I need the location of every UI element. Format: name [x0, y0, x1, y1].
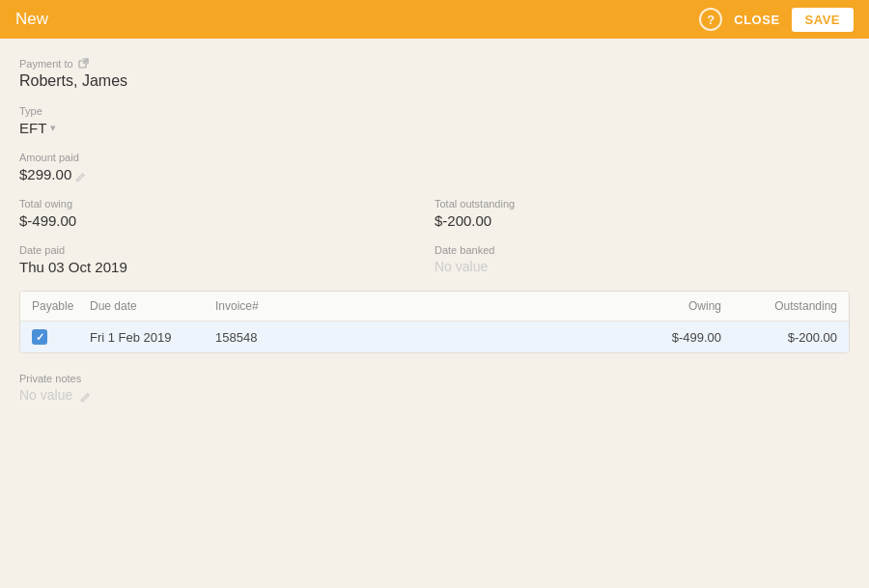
- total-outstanding-value: $-200.00: [434, 212, 850, 229]
- invoices-table: Payable Due date Invoice# Owing Outstand…: [19, 291, 850, 353]
- close-button[interactable]: CLOSE: [734, 13, 779, 27]
- date-banked-no-value: No value: [434, 259, 850, 274]
- payment-to-value: Roberts, James: [19, 72, 850, 90]
- total-outstanding-label: Total outstanding: [434, 198, 850, 210]
- col-invoice: Invoice#: [215, 299, 341, 313]
- payment-to-field: Payment to Roberts, James: [19, 58, 850, 90]
- date-paid-field: Date paid Thu 03 Oct 2019: [19, 244, 434, 275]
- col-owing: Owing: [341, 299, 721, 313]
- date-banked-label: Date banked: [434, 244, 850, 256]
- total-outstanding-field: Total outstanding $-200.00: [434, 198, 850, 229]
- private-notes-label: Private notes: [19, 373, 850, 384]
- edit-icon[interactable]: [75, 169, 87, 181]
- totals-row: Total owing $-499.00 Total outstanding $…: [19, 198, 850, 229]
- amount-paid-field: Amount paid $299.00: [19, 152, 850, 182]
- date-paid-label: Date paid: [19, 244, 434, 256]
- table-header: Payable Due date Invoice# Owing Outstand…: [20, 292, 849, 322]
- private-notes-field: Private notes No value: [19, 373, 850, 403]
- table-row: Fri 1 Feb 2019 158548 $-499.00 $-200.00: [20, 322, 849, 352]
- header-actions: ? CLOSE SAVE: [699, 8, 854, 32]
- type-field: Type EFT ▾: [19, 105, 850, 136]
- form-content: Payment to Roberts, James Type EFT ▾ Amo…: [0, 39, 869, 437]
- header: New ? CLOSE SAVE: [0, 0, 869, 39]
- dates-row: Date paid Thu 03 Oct 2019 Date banked No…: [19, 244, 850, 275]
- page-title: New: [15, 10, 48, 29]
- row-checkbox[interactable]: [32, 329, 47, 345]
- help-button[interactable]: ?: [699, 8, 722, 31]
- total-owing-field: Total owing $-499.00: [19, 198, 434, 229]
- type-row[interactable]: EFT ▾: [19, 120, 850, 136]
- external-link-icon[interactable]: [78, 58, 90, 70]
- checkbox-cell[interactable]: [32, 329, 90, 345]
- private-notes-no-value: No value: [19, 387, 72, 403]
- cell-due-date: Fri 1 Feb 2019: [90, 330, 215, 345]
- type-label: Type: [19, 105, 850, 117]
- amount-paid-value: $299.00: [19, 166, 71, 182]
- total-owing-value: $-499.00: [19, 212, 434, 229]
- col-outstanding: Outstanding: [721, 299, 837, 313]
- cell-owing: $-499.00: [341, 330, 721, 345]
- date-paid-value: Thu 03 Oct 2019: [19, 259, 434, 275]
- amount-paid-label: Amount paid: [19, 152, 850, 163]
- total-owing-label: Total owing: [19, 198, 434, 210]
- col-payable: Payable: [32, 299, 90, 313]
- chevron-down-icon[interactable]: ▾: [50, 122, 56, 134]
- col-due-date: Due date: [90, 299, 215, 313]
- private-notes-edit-icon[interactable]: [80, 389, 92, 401]
- date-banked-field: Date banked No value: [434, 244, 850, 275]
- save-button[interactable]: SAVE: [792, 8, 854, 32]
- cell-invoice: 158548: [215, 330, 341, 345]
- cell-outstanding: $-200.00: [721, 330, 837, 345]
- type-value: EFT: [19, 120, 46, 136]
- payment-to-label: Payment to: [19, 58, 850, 70]
